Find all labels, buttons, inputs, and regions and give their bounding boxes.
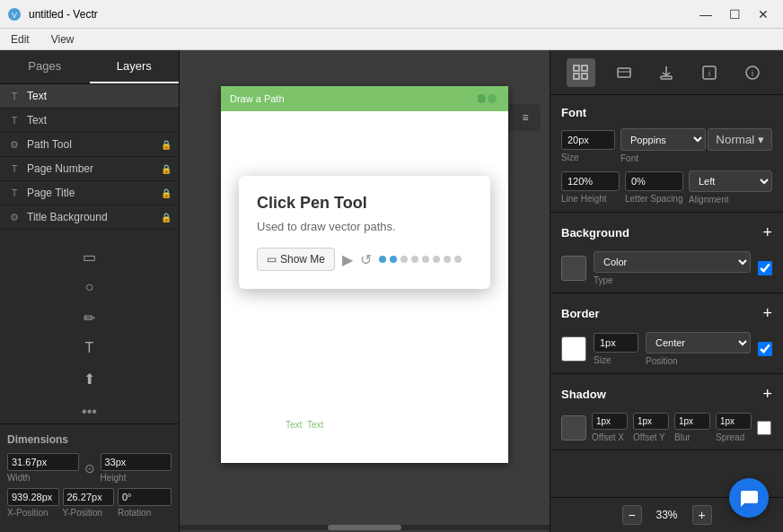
shadow-color-swatch[interactable] [561, 415, 586, 440]
shadow-blur-input[interactable] [674, 413, 710, 430]
tab-pages[interactable]: Pages [0, 50, 90, 83]
pen-tool-icon[interactable]: ✏ [75, 303, 104, 332]
list-item[interactable]: ⚙ Title Background 🔒 [0, 205, 179, 230]
rotation-input[interactable] [118, 488, 172, 506]
tooltip-dot[interactable] [411, 256, 418, 263]
line-height-group: Line Height [561, 171, 620, 204]
line-height-input[interactable] [561, 171, 620, 191]
tooltip-refresh-icon[interactable]: ↺ [360, 251, 372, 268]
shadow-offset-y-input[interactable] [633, 413, 669, 430]
tooltip-dot[interactable] [454, 256, 462, 263]
canvas-area: ⊞ ⊡ T ≡ Draw a Path Click Pen Tool Used … [180, 50, 550, 532]
border-checkbox[interactable] [758, 342, 772, 356]
background-color-swatch[interactable] [561, 256, 586, 281]
zoom-in-button[interactable]: + [692, 505, 712, 525]
chat-bubble[interactable] [729, 478, 769, 518]
background-title: Background [561, 226, 629, 240]
height-field: Height [101, 453, 172, 483]
border-size-input[interactable] [594, 333, 638, 353]
list-item[interactable]: ⚙ Path Tool 🔒 [0, 133, 179, 157]
width-input[interactable] [7, 453, 79, 471]
layers-tool-icon[interactable] [610, 58, 638, 87]
font-size-input[interactable] [561, 130, 615, 150]
list-item[interactable]: T Page Title 🔒 [0, 181, 179, 205]
letter-spacing-input[interactable] [625, 171, 683, 191]
border-title: Border [561, 307, 600, 320]
rectangle-tool-icon[interactable]: ▭ [75, 242, 104, 271]
tooltip-dot[interactable] [433, 256, 440, 263]
tooltip-dot[interactable] [422, 256, 429, 263]
background-row: Color Type [561, 251, 772, 285]
tooltip-dot[interactable] [444, 256, 451, 263]
mini-tool-4[interactable]: ≡ [513, 107, 538, 128]
height-label: Height [101, 473, 172, 483]
shadow-offset-x-input[interactable] [592, 413, 628, 430]
font-family-select[interactable]: Poppins [620, 128, 706, 151]
shadow-spread-label: Spread [716, 432, 752, 442]
link-icon[interactable]: ⊙ [83, 461, 97, 475]
circle-tool-icon[interactable]: ○ [75, 273, 104, 301]
letter-spacing-group: Letter Spacing [625, 171, 683, 204]
line-height-label: Line Height [561, 194, 620, 204]
tooltip-prev-icon[interactable]: ▶ [342, 251, 353, 268]
shadow-spread-input[interactable] [716, 413, 752, 430]
svg-point-3 [488, 94, 497, 103]
background-checkbox[interactable] [758, 261, 772, 275]
canvas-scrollbar-thumb [328, 525, 401, 530]
titlebar-controls: — ☐ ✕ [693, 5, 776, 23]
font-style-dropdown[interactable]: Normal ▾ [708, 128, 772, 151]
bg-type-group: Color Type [594, 251, 751, 285]
background-add-icon[interactable]: + [762, 223, 772, 242]
close-button[interactable]: ✕ [751, 5, 776, 23]
font-section: Font Size Poppins Normal ▾ Font [550, 95, 783, 213]
maximize-button[interactable]: ☐ [722, 5, 747, 23]
list-item[interactable]: T Page Number 🔒 [0, 157, 179, 181]
alignment-select[interactable]: Left Center Right [689, 170, 772, 192]
border-size-label: Size [594, 355, 638, 365]
list-item[interactable]: T Text [0, 109, 179, 133]
export-tool-icon[interactable] [652, 58, 681, 87]
alignment-group: Left Center Right Alignment [689, 170, 772, 205]
layer-name: Text [27, 90, 172, 102]
upload-icon[interactable]: ⬆ [75, 364, 104, 393]
layer-name: Page Title [27, 187, 155, 199]
show-me-icon: ▭ [267, 253, 277, 266]
y-position-input[interactable] [63, 488, 115, 506]
background-type-select[interactable]: Color [594, 251, 751, 273]
tooltip-dot[interactable] [379, 256, 386, 263]
show-me-button[interactable]: ▭ Show Me [257, 248, 335, 271]
export-icon-svg [658, 65, 674, 81]
border-color-swatch[interactable] [561, 336, 586, 362]
menu-view[interactable]: View [48, 31, 78, 48]
grid-tool-icon[interactable] [567, 58, 595, 87]
height-input[interactable] [101, 453, 172, 471]
x-position-input[interactable] [7, 488, 59, 506]
import-tool-icon[interactable]: i [695, 58, 724, 87]
shape-icon: ⚙ [7, 212, 22, 223]
tooltip-title: Click Pen Tool [257, 194, 472, 213]
tab-layers[interactable]: Layers [90, 50, 180, 83]
shadow-spread-group: Spread [716, 413, 752, 442]
border-add-icon[interactable]: + [762, 304, 772, 323]
text-tool-icon[interactable]: T [75, 334, 104, 362]
bg-color-group [561, 256, 586, 281]
zoom-out-button[interactable]: − [622, 505, 642, 525]
tooltip-desc: Used to draw vector paths. [257, 220, 472, 233]
border-position-select[interactable]: Center Inside Outside [646, 332, 751, 353]
y-position-label: Y-Position [63, 508, 115, 518]
menu-edit[interactable]: Edit [7, 31, 33, 48]
shadow-add-icon[interactable]: + [762, 385, 772, 404]
info-tool-icon[interactable]: i [738, 58, 767, 87]
lock-icon: 🔒 [161, 164, 172, 174]
text-icon: T [7, 188, 22, 198]
list-item[interactable]: T Text [0, 84, 179, 109]
tooltip-dot[interactable] [400, 256, 408, 263]
shadow-title: Shadow [561, 388, 606, 401]
minimize-button[interactable]: — [693, 5, 718, 23]
svg-rect-4 [574, 65, 579, 71]
shadow-checkbox[interactable] [757, 421, 771, 435]
tooltip-dot[interactable] [390, 256, 397, 263]
more-icon[interactable]: ••• [82, 404, 97, 420]
shadow-offset-y-label: Offset Y [633, 432, 669, 442]
canvas-scrollbar-h[interactable] [180, 525, 550, 530]
